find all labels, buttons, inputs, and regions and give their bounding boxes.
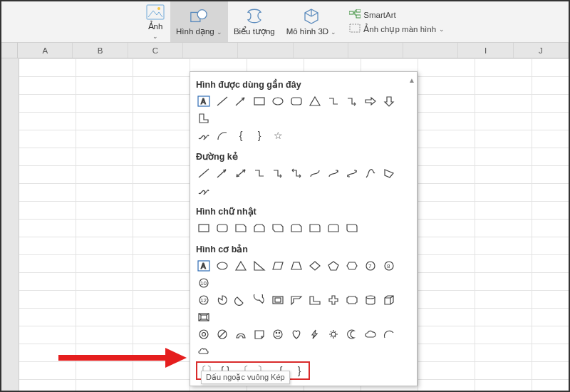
shape-snip1[interactable] [233, 221, 249, 235]
shape-round-rect[interactable] [214, 221, 230, 235]
shape-curve[interactable] [307, 166, 323, 180]
shape-arrow-line[interactable] [233, 94, 249, 108]
svg-text:10: 10 [200, 280, 207, 287]
col-hidden[interactable] [183, 43, 238, 58]
images-button[interactable]: Ảnh⌄ [140, 1, 170, 42]
shape-arrow-right[interactable] [363, 94, 378, 108]
shape-heart[interactable] [289, 327, 304, 341]
shape-scribble[interactable] [196, 128, 212, 143]
shape-line2[interactable] [196, 166, 212, 180]
shape-round2-same[interactable] [326, 221, 341, 235]
shape-block-arc[interactable] [233, 327, 249, 341]
shape-right-brace[interactable]: } [291, 363, 307, 378]
shapes-icon [190, 7, 208, 26]
shape-dodecagon[interactable]: 12 [196, 293, 212, 307]
shape-arc2[interactable] [381, 327, 397, 341]
scroll-up-icon[interactable]: ▲ [408, 76, 415, 84]
shape-pentagon[interactable] [326, 259, 341, 273]
col-I[interactable]: I [458, 43, 513, 58]
shape-round2-diag[interactable] [344, 221, 360, 235]
shape-tri[interactable] [233, 259, 249, 273]
shape-cross[interactable] [326, 293, 341, 307]
smartart-button[interactable]: SmartArt [349, 9, 445, 21]
shape-noentry[interactable] [214, 327, 230, 341]
svg-line-11 [236, 98, 244, 105]
shape-freeform-wave[interactable] [363, 166, 378, 180]
shape-star[interactable]: ☆ [270, 128, 286, 143]
svg-line-16 [217, 170, 226, 177]
shape-frame[interactable] [270, 293, 286, 307]
shape-hexagon[interactable] [344, 259, 360, 273]
shape-arrow-down[interactable] [381, 94, 397, 108]
shape-cube[interactable] [381, 293, 397, 307]
ribbon-side: SmartArt Ảnh chụp màn hình ⌄ [342, 1, 452, 42]
shape-oval[interactable] [270, 94, 286, 108]
shape-octagon[interactable]: 8 [381, 259, 397, 273]
shape-arc[interactable] [214, 128, 230, 143]
shape-snip-round[interactable] [289, 221, 304, 235]
svg-rect-12 [254, 98, 264, 105]
shape-line-arrow[interactable] [214, 166, 230, 180]
shape-line-double[interactable] [233, 166, 249, 180]
col-hidden[interactable] [403, 43, 458, 58]
shape-connector[interactable] [326, 94, 341, 108]
shape-elbow-arrow[interactable] [270, 166, 286, 180]
shape-triangle[interactable] [307, 94, 323, 108]
shape-curve-double[interactable] [344, 166, 360, 180]
shape-scribble2[interactable] [196, 183, 212, 197]
shape-parallelogram[interactable] [270, 259, 286, 273]
shape-oval2[interactable] [214, 259, 230, 273]
shape-pie[interactable] [214, 293, 230, 307]
shape-folded[interactable] [252, 327, 267, 341]
shape-snip2[interactable] [252, 221, 267, 235]
shape-plaque[interactable] [344, 293, 360, 307]
col-hidden[interactable] [294, 43, 348, 58]
shape-chord[interactable] [233, 293, 249, 307]
shape-moon[interactable] [344, 327, 360, 341]
col-hidden[interactable] [348, 43, 403, 58]
shape-round1[interactable] [307, 221, 323, 235]
shape-rect[interactable] [252, 94, 267, 108]
shapes-button[interactable]: Hình dạng ⌄ [170, 1, 228, 42]
shape-brace-right[interactable]: } [252, 128, 267, 143]
shape-cloud[interactable] [363, 327, 378, 341]
shape-curve-arrow[interactable] [326, 166, 341, 180]
shape-diamond[interactable] [307, 259, 323, 273]
icons-button[interactable]: Biểu tượng [228, 1, 281, 42]
col-C[interactable]: C [128, 43, 183, 58]
col-A[interactable]: A [18, 43, 73, 58]
col-J[interactable]: J [514, 43, 569, 58]
shape-freeform-closed[interactable] [381, 166, 397, 180]
shape-brace-left[interactable]: { [233, 128, 249, 143]
svg-point-42 [279, 332, 279, 333]
screenshot-icon [349, 24, 361, 34]
shape-rounded-rect[interactable] [289, 94, 304, 108]
3d-models-button[interactable]: Mô hình 3D ⌄ [281, 1, 343, 42]
shape-lightning[interactable] [307, 327, 323, 341]
shape-snip-diag[interactable] [270, 221, 286, 235]
shape-half-frame[interactable] [289, 293, 304, 307]
shape-rect2[interactable] [196, 221, 212, 235]
shape-elbow-double[interactable] [289, 166, 304, 180]
shape-connector-arrow[interactable] [344, 94, 360, 108]
shape-Lcorner[interactable] [307, 293, 323, 307]
shape-line[interactable] [214, 94, 230, 108]
shape-tri-right[interactable] [252, 259, 267, 273]
shape-teardrop[interactable] [252, 293, 267, 307]
shape-donut[interactable] [196, 327, 212, 341]
shape-heptagon[interactable]: 7 [363, 259, 378, 273]
shape-elbow[interactable] [252, 166, 267, 180]
shape-cloud2[interactable] [196, 344, 212, 359]
shape-can[interactable] [363, 293, 378, 307]
shape-L[interactable] [196, 111, 212, 125]
screenshot-button[interactable]: Ảnh chụp màn hình ⌄ [349, 24, 445, 34]
col-B[interactable]: B [73, 43, 128, 58]
shape-textbox[interactable]: A [196, 94, 212, 108]
shape-smiley[interactable] [270, 327, 286, 341]
shape-decagon[interactable]: 10 [196, 276, 212, 290]
shape-sun[interactable] [326, 327, 341, 341]
shape-trapezoid[interactable] [289, 259, 304, 273]
shape-bevel[interactable] [196, 310, 212, 324]
col-hidden[interactable] [238, 43, 293, 58]
shape-textbox2[interactable]: A [196, 259, 212, 273]
